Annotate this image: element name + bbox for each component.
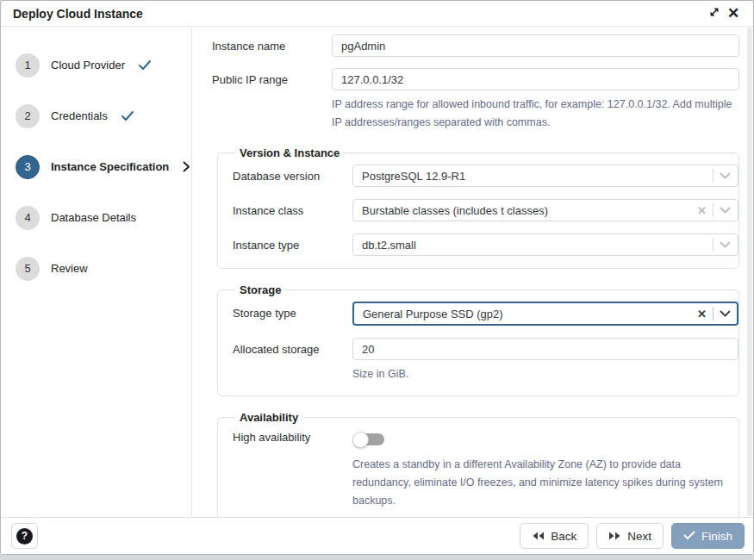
step-label: Review: [51, 262, 88, 275]
step-label: Credentials: [51, 109, 108, 122]
step-number-badge: 5: [16, 257, 40, 281]
storage-type-row: Storage type ✕: [233, 302, 738, 326]
wizard-step-review[interactable]: 5 Review: [1, 243, 191, 294]
chevron-down-icon[interactable]: [720, 172, 731, 179]
step-number-badge: 2: [16, 104, 40, 128]
instance-class-label: Instance class: [233, 199, 352, 217]
version-instance-legend: Version & Instance: [235, 146, 344, 159]
maximize-button[interactable]: [705, 4, 724, 23]
wizard-step-cloud-provider[interactable]: 1 Cloud Provider: [1, 40, 191, 90]
clear-selection-icon[interactable]: ✕: [697, 205, 707, 216]
public-ip-row: Public IP range IP address range for all…: [212, 68, 739, 132]
storage-type-select[interactable]: ✕: [352, 302, 738, 326]
step-number-badge: 1: [16, 53, 40, 78]
chevron-down-icon[interactable]: [720, 207, 731, 214]
back-button-label: Back: [551, 530, 576, 543]
finish-button-label: Finish: [701, 530, 732, 543]
step-current-chevron-icon: [183, 161, 190, 172]
instance-name-label: Instance name: [212, 34, 332, 53]
chevron-down-icon[interactable]: [720, 310, 731, 317]
high-availability-help-text: Creates a standby in a different Availab…: [352, 456, 738, 510]
instance-name-input[interactable]: [332, 34, 739, 57]
step-label: Instance Specification: [51, 160, 169, 173]
help-button[interactable]: ?: [11, 523, 38, 549]
finish-check-icon: [683, 530, 695, 543]
availability-fieldset: Availability High availability Creates a…: [217, 411, 739, 517]
allocated-storage-label: Allocated storage: [233, 338, 352, 356]
toggle-knob: [352, 432, 369, 448]
dialog-footer: ? Back Next Finish: [1, 517, 753, 554]
step-label: Cloud Provider: [51, 59, 125, 72]
step-number-badge: 3: [16, 155, 40, 179]
database-version-value[interactable]: [352, 165, 738, 187]
form-scrollbar[interactable]: [747, 28, 752, 516]
database-version-select[interactable]: [352, 165, 738, 187]
combo-separator: [713, 238, 713, 252]
allocated-storage-help-text: Size in GiB.: [352, 365, 738, 383]
close-icon: ✕: [727, 6, 739, 21]
combo-separator: [713, 307, 713, 320]
allocated-storage-input[interactable]: [352, 338, 738, 360]
next-button-label: Next: [627, 530, 651, 543]
instance-type-row: Instance type: [233, 233, 738, 256]
high-availability-row: High availability Creates a standby in a…: [233, 429, 738, 510]
high-availability-label: High availability: [233, 429, 352, 444]
wizard-step-database-details[interactable]: 4 Database Details: [1, 192, 191, 243]
instance-name-row: Instance name: [212, 34, 739, 57]
database-version-row: Database version: [233, 165, 738, 187]
instance-type-value[interactable]: [352, 233, 738, 256]
clear-selection-icon[interactable]: ✕: [697, 308, 707, 320]
deploy-cloud-instance-dialog: Deploy Cloud Instance ✕ 1 Cloud Provider: [0, 0, 754, 555]
storage-type-label: Storage type: [233, 302, 352, 320]
combo-separator: [713, 169, 713, 183]
instance-class-select[interactable]: ✕: [352, 199, 738, 221]
step-complete-check-icon: [121, 110, 134, 121]
instance-class-value[interactable]: [352, 199, 738, 221]
instance-specification-form: Instance name Public IP range IP address…: [192, 27, 753, 517]
maximize-icon: [708, 6, 720, 21]
instance-class-row: Instance class ✕: [233, 199, 738, 221]
next-icon: [608, 530, 621, 543]
allocated-storage-row: Allocated storage Size in GiB.: [233, 338, 738, 383]
dialog-body: 1 Cloud Provider 2 Credentials 3 Instanc…: [1, 27, 753, 517]
public-ip-input[interactable]: [332, 68, 739, 90]
high-availability-toggle[interactable]: [352, 432, 384, 447]
step-complete-check-icon: [138, 59, 152, 71]
instance-type-select[interactable]: [352, 233, 738, 256]
close-button[interactable]: ✕: [724, 4, 743, 23]
back-button[interactable]: Back: [520, 523, 589, 549]
availability-legend: Availability: [235, 411, 302, 424]
step-label: Database Details: [51, 211, 136, 224]
storage-fieldset: Storage Storage type ✕: [217, 283, 739, 396]
next-button[interactable]: Next: [596, 523, 664, 549]
step-number-badge: 4: [16, 206, 40, 230]
finish-button[interactable]: Finish: [671, 523, 745, 549]
database-version-label: Database version: [233, 165, 352, 183]
storage-type-value[interactable]: [352, 302, 738, 326]
version-instance-fieldset: Version & Instance Database version: [217, 146, 739, 269]
combo-separator: [713, 203, 713, 217]
storage-legend: Storage: [235, 283, 285, 296]
wizard-step-list: 1 Cloud Provider 2 Credentials 3 Instanc…: [1, 27, 192, 517]
chevron-down-icon[interactable]: [720, 241, 731, 248]
public-ip-label: Public IP range: [212, 68, 332, 86]
dialog-header: Deploy Cloud Instance ✕: [1, 1, 753, 27]
back-icon: [532, 530, 545, 543]
help-icon: ?: [16, 528, 33, 544]
wizard-step-credentials[interactable]: 2 Credentials: [1, 90, 191, 141]
public-ip-help-text: IP address range for allowed inbound tra…: [332, 96, 739, 132]
wizard-step-instance-specification[interactable]: 3 Instance Specification: [1, 141, 191, 192]
dialog-title: Deploy Cloud Instance: [13, 7, 705, 21]
instance-type-label: Instance type: [233, 233, 352, 252]
